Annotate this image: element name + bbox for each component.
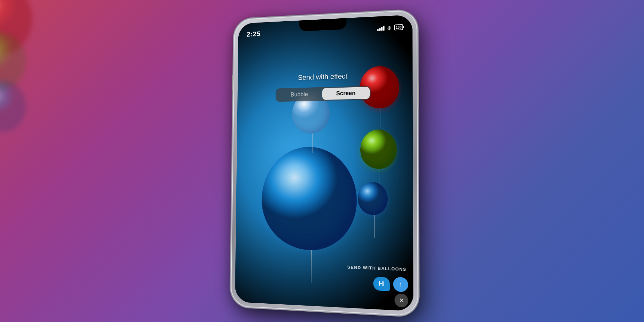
battery-icon: 100: [394, 24, 403, 30]
signal-bar-2: [379, 28, 381, 31]
balloon-large-blue: [261, 147, 364, 268]
wifi-icon: ⊜: [387, 24, 392, 31]
balloon-blue-small-string: [374, 215, 375, 238]
balloon-large-body: [261, 147, 357, 252]
bg-balloon-blue: [0, 80, 26, 132]
bg-balloon-green: [0, 32, 26, 90]
volume-button: [232, 74, 233, 90]
power-button: [417, 81, 419, 108]
status-time: 2:25: [247, 30, 260, 39]
balloon-blue-small-body: [358, 182, 388, 215]
effect-toggle[interactable]: Bubble Screen: [276, 86, 371, 102]
phone-notch: [299, 18, 346, 31]
message-bubble: Hi: [373, 276, 390, 291]
signal-bar-1: [377, 29, 379, 31]
phone-screen: 2:25 ⊜ 100: [235, 15, 413, 311]
status-icons: ⊜ 100: [377, 24, 403, 32]
phone-mockup: 2:25 ⊜ 100: [231, 10, 418, 317]
screen-tab[interactable]: Screen: [322, 87, 370, 100]
bubble-tab[interactable]: Bubble: [277, 88, 323, 101]
signal-bar-4: [383, 26, 384, 31]
signal-icon: [377, 25, 384, 31]
send-button[interactable]: ↑: [393, 277, 408, 292]
balloon-green: [360, 129, 400, 179]
balloon-red-string: [381, 108, 381, 128]
signal-bar-3: [381, 27, 383, 31]
balloon-blue-small: [358, 182, 391, 225]
phone-frame: 2:25 ⊜ 100: [231, 10, 418, 317]
bg-balloon-red: [0, 0, 32, 55]
balloon-green-body: [360, 129, 397, 169]
